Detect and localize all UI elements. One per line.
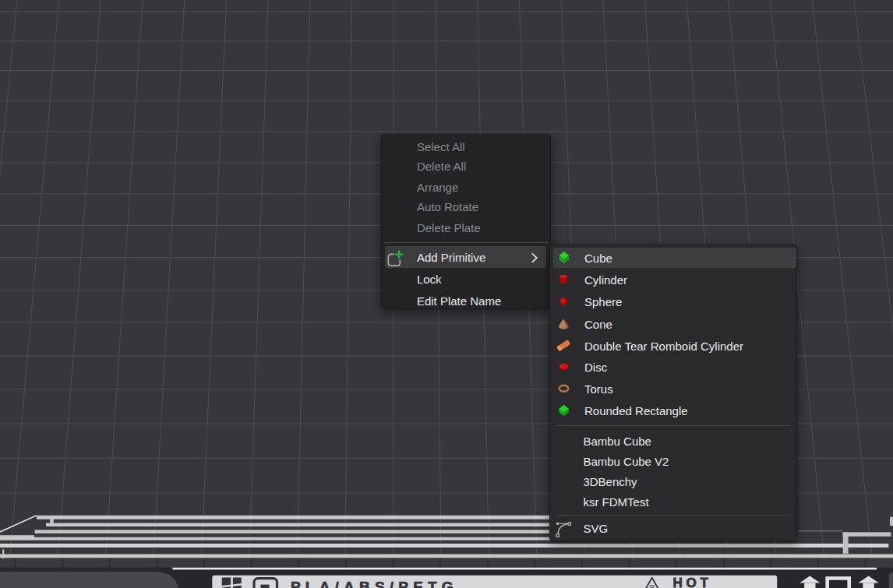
svg-text:HOT: HOT bbox=[673, 576, 712, 588]
svg-text:PLA/ABS/PETG: PLA/ABS/PETG bbox=[291, 579, 458, 588]
